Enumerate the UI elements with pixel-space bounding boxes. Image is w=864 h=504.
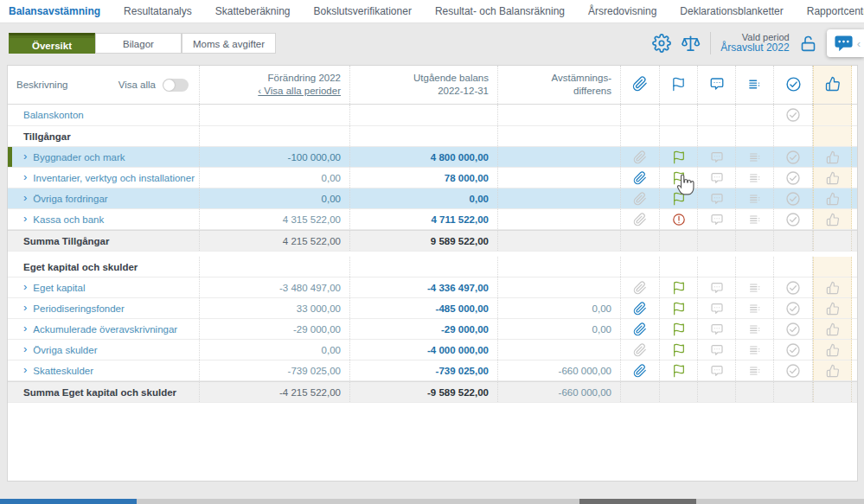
expand-chevron-icon[interactable]: › — [23, 281, 27, 292]
toolbar: ÖversiktBilagorMoms & avgifter Vald peri… — [0, 24, 864, 65]
paperclip-icon[interactable] — [633, 192, 647, 206]
paperclip-icon[interactable] — [633, 171, 647, 185]
thumbs-up-icon[interactable] — [826, 343, 840, 357]
table-row[interactable]: ›Övriga fordringar0,000,00 — [8, 188, 857, 209]
flag-icon[interactable] — [672, 364, 686, 378]
thumbs-up-icon[interactable] — [826, 171, 840, 185]
thumbs-up-icon[interactable] — [826, 322, 840, 336]
view-tab[interactable]: Bilagor — [95, 33, 182, 54]
comment-icon[interactable] — [710, 364, 724, 378]
comment-icon[interactable] — [710, 343, 724, 357]
section-spacer — [8, 403, 857, 408]
paperclip-icon[interactable] — [633, 364, 647, 378]
list-icon[interactable] — [748, 171, 762, 185]
show-all-periods-link[interactable]: ‹ Visa alla perioder — [258, 85, 341, 98]
alert-exclamation-icon[interactable] — [672, 213, 686, 226]
thumbs-up-icon[interactable] — [826, 281, 840, 295]
nav-tab[interactable]: Resultatanalys — [124, 5, 192, 17]
paperclip-icon[interactable] — [633, 281, 647, 295]
table-row: Summa Tillgångar4 215 522,009 589 522,00 — [8, 230, 857, 252]
nav-tab[interactable]: Årsredovisning — [588, 5, 656, 17]
comment-icon[interactable] — [710, 192, 724, 206]
selected-period[interactable]: Vald period Årsavslut 2022 — [720, 32, 789, 54]
show-all-toggle[interactable] — [163, 79, 189, 92]
check-circle-icon[interactable] — [785, 363, 801, 379]
flag-icon[interactable] — [672, 322, 686, 336]
check-circle-icon[interactable] — [785, 191, 801, 207]
comment-icon[interactable] — [710, 322, 724, 336]
table-row[interactable]: ›Skatteskulder-739 025,00-739 025,00-660… — [8, 360, 857, 381]
nav-tab[interactable]: Deklarationsblanketter — [680, 5, 783, 17]
comment-icon[interactable] — [710, 213, 724, 226]
list-icon[interactable] — [748, 150, 762, 164]
comment-icon[interactable] — [710, 171, 724, 185]
expand-chevron-icon[interactable]: › — [23, 302, 27, 313]
flag-icon[interactable] — [672, 343, 686, 357]
settings-gear-icon[interactable] — [652, 34, 671, 53]
list-icon[interactable] — [748, 364, 762, 378]
flag-column-header — [660, 66, 698, 104]
thumbs-up-icon[interactable] — [826, 213, 840, 226]
list-icon[interactable] — [748, 192, 762, 206]
paperclip-icon[interactable] — [633, 302, 647, 316]
list-icon[interactable] — [748, 281, 762, 295]
paperclip-icon[interactable] — [633, 322, 647, 336]
list-icon[interactable] — [748, 302, 762, 316]
thumbs-up-icon[interactable] — [826, 150, 840, 164]
expand-chevron-icon[interactable]: › — [23, 150, 27, 162]
comment-icon[interactable] — [710, 302, 724, 316]
list-icon[interactable] — [748, 322, 762, 336]
thumbs-up-icon[interactable] — [826, 192, 840, 206]
scrollbar-thumb[interactable] — [579, 499, 696, 504]
expand-chevron-icon[interactable]: › — [23, 322, 27, 334]
check-circle-icon[interactable] — [785, 342, 801, 358]
chat-panel-button[interactable]: ‹ — [827, 29, 864, 57]
table-row[interactable]: ›Inventarier, verktyg och installationer… — [8, 168, 857, 188]
paperclip-icon[interactable] — [633, 213, 647, 226]
expand-chevron-icon[interactable]: › — [23, 192, 27, 203]
paperclip-icon[interactable] — [633, 343, 647, 357]
list-icon[interactable] — [748, 343, 762, 357]
nav-tab[interactable]: Resultat- och Balansräkning — [435, 5, 565, 17]
table-row[interactable]: Balanskonton — [8, 105, 857, 126]
check-circle-icon[interactable] — [785, 170, 801, 186]
table-row[interactable]: ›Eget kapital-3 480 497,00-4 336 497,00 — [8, 278, 857, 298]
table-row[interactable]: ›Periodiseringsfonder33 000,00-485 000,0… — [8, 298, 857, 319]
thumbs-up-icon[interactable] — [826, 302, 840, 316]
expand-chevron-icon[interactable]: › — [23, 171, 27, 182]
horizontal-scrollbar[interactable] — [0, 499, 864, 504]
flag-icon[interactable] — [672, 150, 686, 164]
nav-tab[interactable]: Balansavstämning — [9, 5, 100, 17]
nav-tab[interactable]: Skatteberäkning — [215, 5, 291, 17]
flag-icon[interactable] — [672, 302, 686, 316]
check-circle-icon[interactable] — [785, 301, 801, 316]
view-tab[interactable]: Moms & avgifter — [182, 33, 276, 54]
nav-tab[interactable]: Bokslutsverifikationer — [314, 5, 412, 17]
nav-tab[interactable]: Rapportcentral — [807, 5, 864, 17]
comment-icon[interactable] — [710, 150, 724, 164]
check-circle-icon[interactable] — [785, 150, 801, 165]
expand-chevron-icon[interactable]: › — [23, 213, 27, 224]
table-row[interactable]: ›Ackumulerade överavskrivningar-29 000,0… — [8, 319, 857, 340]
view-tab[interactable]: Översikt — [9, 33, 95, 54]
table-row[interactable]: ›Övriga skulder0,00-4 000 000,00 — [8, 340, 857, 360]
flag-icon[interactable] — [672, 192, 686, 206]
balance-scales-icon[interactable] — [681, 34, 701, 54]
expand-chevron-icon[interactable]: › — [23, 364, 27, 375]
balance-date: 2022-12-31 — [438, 85, 489, 98]
lock-icon[interactable] — [799, 35, 817, 53]
expand-chevron-icon[interactable]: › — [23, 343, 27, 354]
list-icon[interactable] — [748, 213, 762, 226]
check-circle-icon — [785, 76, 802, 94]
check-circle-icon[interactable] — [785, 322, 801, 337]
check-circle-icon[interactable] — [785, 280, 801, 296]
comment-icon[interactable] — [710, 281, 724, 295]
paperclip-icon[interactable] — [633, 150, 647, 164]
flag-icon[interactable] — [672, 171, 686, 185]
thumbs-up-icon[interactable] — [826, 364, 840, 378]
check-circle-icon[interactable] — [785, 107, 801, 123]
flag-icon[interactable] — [672, 281, 686, 295]
table-row[interactable]: ›Kassa och bank4 315 522,004 711 522,00 — [8, 209, 857, 230]
table-row[interactable]: ›Byggnader och mark-100 000,004 800 000,… — [8, 147, 857, 168]
check-circle-icon[interactable] — [785, 212, 801, 227]
